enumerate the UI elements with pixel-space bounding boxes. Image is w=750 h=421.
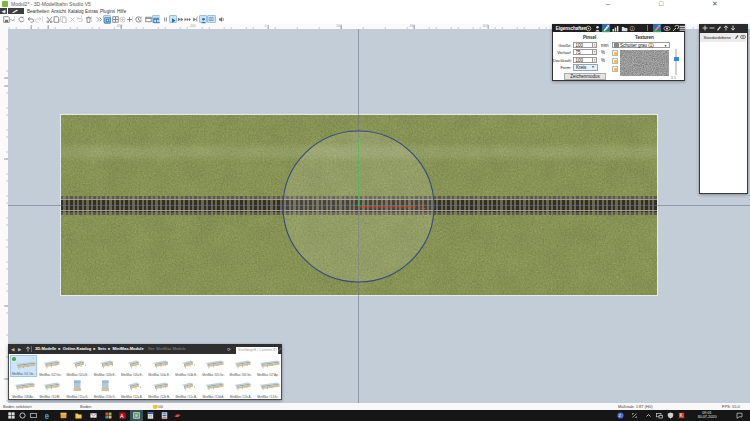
svg-text:e: e — [45, 412, 50, 419]
svg-text:A: A — [120, 412, 124, 418]
svg-text:K: K — [680, 413, 683, 418]
svg-text:Z: Z — [619, 413, 622, 418]
